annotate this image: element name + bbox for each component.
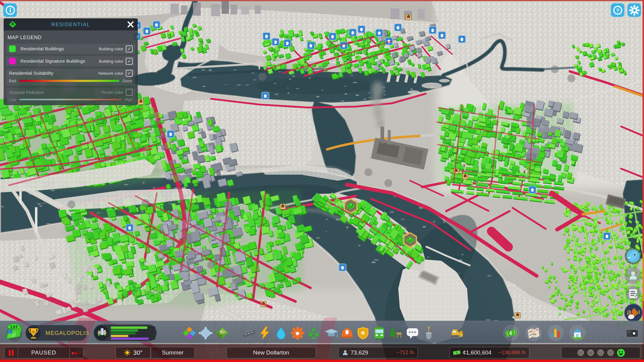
svg-text:?: ? bbox=[616, 8, 619, 13]
svg-text:137: 137 bbox=[10, 324, 18, 329]
svg-text:¢: ¢ bbox=[509, 330, 513, 336]
